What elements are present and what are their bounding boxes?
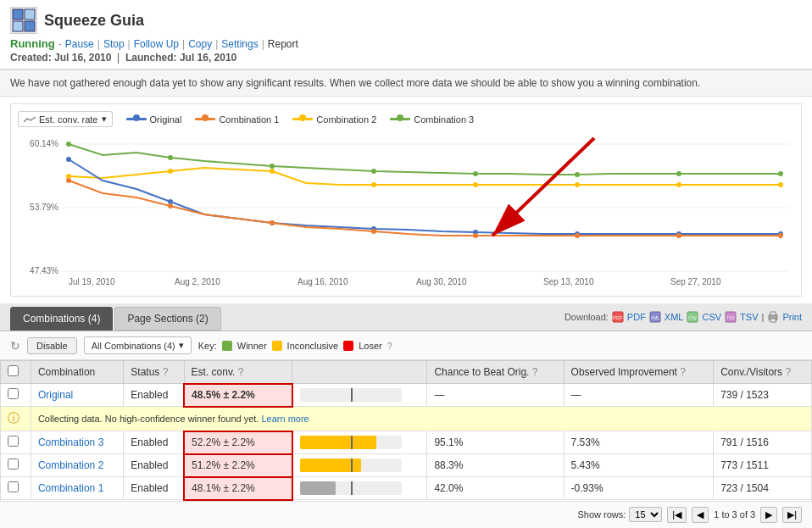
csv-link[interactable]: CSV (702, 312, 721, 322)
comb1-checkbox[interactable] (8, 481, 19, 492)
all-combinations-dropdown[interactable]: All Combinations (4) ▾ (84, 336, 192, 354)
results-toolbar: ↻ Disable All Combinations (4) ▾ Key: Wi… (0, 331, 812, 360)
legend-comb1: Combination 1 (195, 114, 279, 125)
learn-more-link[interactable]: Learn more (261, 414, 309, 424)
comb1-chance-cell: 42.0% (427, 477, 564, 500)
svg-rect-1 (25, 9, 35, 19)
svg-text:Sep 13, 2010: Sep 13, 2010 (543, 277, 594, 286)
svg-point-46 (676, 233, 681, 238)
help-icon[interactable]: ? (387, 341, 392, 351)
disable-button[interactable]: Disable (27, 337, 77, 354)
comb2-est-conv-cell: 51.2% ± 2.2% (184, 454, 292, 477)
status-running: Running (10, 37, 55, 50)
notice-text: We have not gathered enough data yet to … (10, 77, 700, 89)
svg-text:PDF: PDF (613, 315, 623, 320)
conv-visitors-help-icon[interactable]: ? (785, 366, 791, 378)
notice-bar: We have not gathered enough data yet to … (0, 69, 812, 97)
prev-page-button[interactable]: ◀ (692, 507, 709, 523)
comb2-status-cell: Enabled (124, 454, 184, 477)
print-link[interactable]: Print (782, 312, 802, 322)
svg-text:53.79%: 53.79% (30, 203, 58, 212)
inconclusive-key-box (272, 341, 282, 351)
comb3-checkbox[interactable] (8, 436, 19, 447)
table-row-notice: ⓘ Collecting data. No high-confidence wi… (1, 407, 812, 431)
comb2-link[interactable]: Combination 2 (38, 459, 103, 471)
comb3-conv-visitors-cell: 791 / 1516 (714, 431, 812, 454)
svg-point-28 (473, 182, 478, 187)
last-page-button[interactable]: ▶| (782, 507, 802, 523)
rows-per-page-select[interactable]: 15 25 50 (629, 507, 662, 522)
line-icon (24, 115, 36, 124)
est-conv-help-icon[interactable]: ? (238, 366, 244, 378)
svg-point-27 (371, 182, 376, 187)
comb2-bar (300, 459, 402, 472)
chart-type-dropdown[interactable]: Est. conv. rate ▾ (18, 111, 113, 127)
chance-beat-help-icon[interactable]: ? (532, 366, 538, 378)
refresh-icon: ↻ (10, 339, 20, 353)
svg-point-31 (778, 182, 783, 187)
col-checkbox (1, 361, 31, 384)
stop-link[interactable]: Stop (103, 38, 125, 50)
svg-point-32 (66, 157, 71, 162)
comb3-name-cell: Combination 3 (31, 431, 123, 454)
svg-text:CSV: CSV (688, 315, 698, 320)
chart-wrapper: Est. conv. rate ▾ Original Combination 1 (0, 103, 812, 297)
svg-rect-60 (770, 319, 776, 322)
svg-rect-59 (770, 312, 776, 315)
tab-page-sections[interactable]: Page Sections (2) (114, 307, 220, 331)
comb1-link[interactable]: Combination 1 (38, 482, 103, 494)
tsv-icon: TSV (725, 311, 737, 323)
svg-point-40 (66, 178, 71, 183)
original-est-conv-cell: 48.5% ± 2.2% (184, 384, 292, 407)
comb2-checkbox-cell (1, 454, 31, 477)
svg-text:XML: XML (651, 315, 660, 320)
observed-imp-help-icon[interactable]: ? (680, 366, 686, 378)
comb2-baseline-marker (351, 459, 353, 472)
inconclusive-label: Inconclusive (287, 341, 339, 351)
comb3-link[interactable]: Combination 3 (38, 436, 103, 448)
comb1-name-cell: Combination 1 (31, 477, 123, 500)
copy-link[interactable]: Copy (188, 38, 212, 50)
comb2-checkbox[interactable] (8, 459, 19, 470)
xml-icon: XML (649, 311, 661, 323)
comb3-status-cell: Enabled (124, 431, 184, 454)
first-page-button[interactable]: |◀ (667, 507, 687, 523)
next-page-button[interactable]: ▶ (760, 507, 777, 523)
svg-point-42 (270, 220, 275, 225)
comb3-chance-cell: 95.1% (427, 431, 564, 454)
table-row-comb2: Combination 2 Enabled 51.2% ± 2.2% 88.3%… (1, 454, 812, 477)
comb3-baseline-marker (351, 436, 353, 449)
tabs-bar: Combinations (4) Page Sections (2) Downl… (0, 303, 812, 331)
follow-up-link[interactable]: Follow Up (134, 38, 179, 50)
select-all-checkbox[interactable] (8, 365, 19, 376)
original-checkbox[interactable] (8, 388, 19, 399)
comb2-observed-cell: 5.43% (564, 454, 714, 477)
tab-combinations[interactable]: Combinations (4) (10, 307, 113, 331)
settings-link[interactable]: Settings (221, 38, 258, 50)
xml-link[interactable]: XML (665, 312, 684, 322)
checkbox-cell (1, 384, 31, 407)
pdf-link[interactable]: PDF (627, 312, 646, 322)
legend-comb2-label: Combination 2 (316, 114, 376, 125)
comb1-baseline-marker (351, 481, 353, 495)
comb1-conv-visitors-cell: 723 / 1504 (714, 477, 812, 500)
svg-rect-3 (25, 21, 35, 31)
created-date: Jul 16, 2010 (54, 52, 111, 64)
svg-point-25 (168, 169, 173, 174)
svg-point-19 (371, 169, 376, 174)
chart-svg: 60.14% 53.79% 47.43% Jul 19, 2010 Aug 2,… (18, 134, 798, 286)
status-help-icon[interactable]: ? (163, 366, 169, 378)
svg-text:Aug 30, 2010: Aug 30, 2010 (416, 277, 467, 286)
pause-link[interactable]: Pause (65, 38, 94, 50)
comb3-bar-cell (292, 431, 427, 454)
chart-svg-container: 60.14% 53.79% 47.43% Jul 19, 2010 Aug 2,… (18, 134, 794, 289)
dropdown-label: All Combinations (4) (92, 341, 175, 351)
tsv-link[interactable]: TSV (740, 312, 758, 322)
svg-text:Sep 27, 2010: Sep 27, 2010 (670, 277, 721, 286)
col-bar (292, 361, 427, 384)
download-bar: Download: PDF PDF XML XML CSV CSV TSV TS… (565, 311, 802, 323)
svg-point-20 (473, 171, 478, 176)
original-link[interactable]: Original (38, 389, 73, 401)
comb3-bar-fill (300, 436, 376, 449)
app-icon (10, 7, 37, 34)
